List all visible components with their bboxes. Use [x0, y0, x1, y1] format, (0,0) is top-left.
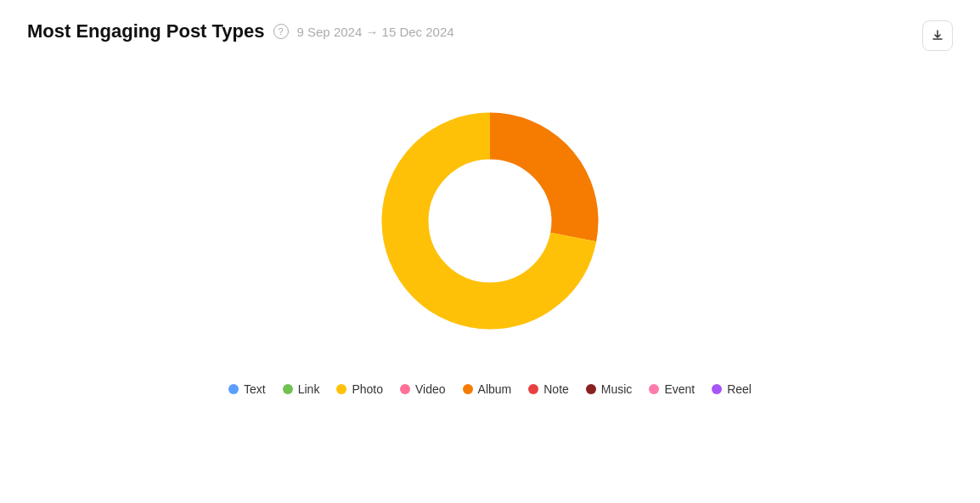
- legend-item-event: Event: [649, 382, 695, 396]
- legend-item-music: Music: [586, 382, 633, 396]
- legend-dot-event: [649, 384, 659, 394]
- legend-label-music: Music: [601, 382, 633, 396]
- legend-label-text: Text: [244, 382, 266, 396]
- header: Most Engaging Post Types ? 9 Sep 2024 → …: [27, 20, 953, 42]
- legend-label-video: Video: [415, 382, 446, 396]
- legend-item-video: Video: [400, 382, 446, 396]
- legend-dot-music: [586, 384, 596, 394]
- legend-dot-link: [283, 384, 293, 394]
- legend-dot-album: [463, 384, 473, 394]
- legend-label-event: Event: [664, 382, 695, 396]
- legend-label-link: Link: [298, 382, 320, 396]
- legend-label-note: Note: [544, 382, 569, 396]
- legend-item-photo: Photo: [336, 382, 383, 396]
- legend: TextLinkPhotoVideoAlbumNoteMusicEventRee…: [27, 382, 953, 396]
- legend-dot-video: [400, 384, 410, 394]
- page-title: Most Engaging Post Types: [27, 20, 265, 42]
- legend-label-reel: Reel: [727, 382, 752, 396]
- donut-chart: [363, 93, 617, 348]
- chart-area: [27, 59, 953, 382]
- legend-item-album: Album: [463, 382, 512, 396]
- main-container: Most Engaging Post Types ? 9 Sep 2024 → …: [0, 0, 980, 503]
- help-icon[interactable]: ?: [273, 24, 289, 39]
- legend-dot-note: [528, 384, 538, 394]
- date-range: 9 Sep 2024 → 15 Dec 2024: [297, 25, 454, 39]
- download-button[interactable]: [922, 20, 953, 51]
- legend-dot-text: [228, 384, 239, 394]
- legend-item-text: Text: [228, 382, 266, 396]
- legend-item-link: Link: [283, 382, 320, 396]
- legend-label-photo: Photo: [352, 382, 383, 396]
- legend-dot-reel: [712, 384, 722, 394]
- legend-label-album: Album: [478, 382, 512, 396]
- svg-point-3: [429, 160, 551, 282]
- legend-item-note: Note: [528, 382, 569, 396]
- legend-item-reel: Reel: [712, 382, 752, 396]
- legend-dot-photo: [336, 384, 346, 394]
